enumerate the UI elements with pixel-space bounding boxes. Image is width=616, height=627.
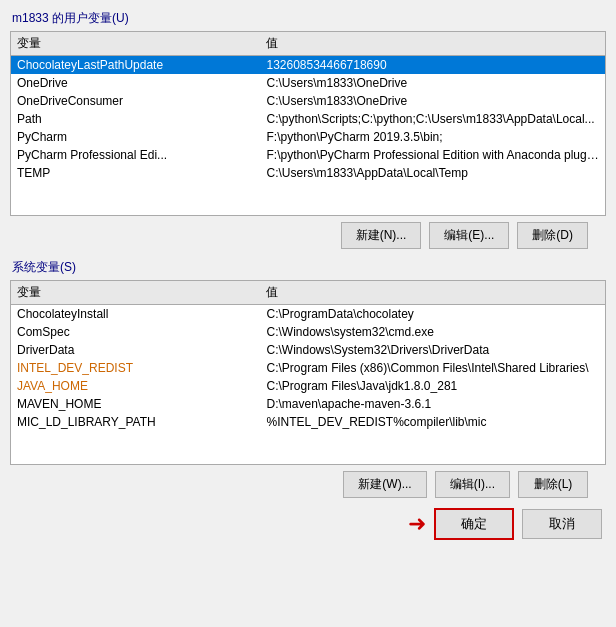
sys-vars-new-button[interactable]: 新建(W)... xyxy=(343,471,426,498)
val-cell: C:\ProgramData\chocolatey xyxy=(260,305,605,324)
user-vars-delete-button[interactable]: 删除(D) xyxy=(517,222,588,249)
table-row[interactable]: ChocolateyInstall C:\ProgramData\chocola… xyxy=(11,305,605,324)
table-row[interactable]: Path C:\python\Scripts;C:\python;C:\User… xyxy=(11,110,605,128)
sys-vars-table: 变量 值 ChocolateyInstall C:\ProgramData\ch… xyxy=(11,281,605,431)
val-cell: C:\Users\m1833\OneDrive xyxy=(260,92,605,110)
sys-vars-col-var: 变量 xyxy=(11,281,260,305)
user-vars-table-container[interactable]: 变量 值 ChocolateyLastPathUpdate 1326085344… xyxy=(10,31,606,216)
var-cell: DriverData xyxy=(11,341,260,359)
user-vars-btn-row: 新建(N)... 编辑(E)... 删除(D) xyxy=(10,222,606,249)
var-cell: JAVA_HOME xyxy=(11,377,260,395)
user-vars-col-var: 变量 xyxy=(11,32,260,56)
val-cell: D:\maven\apache-maven-3.6.1 xyxy=(260,395,605,413)
var-cell: Path xyxy=(11,110,260,128)
var-cell: MAVEN_HOME xyxy=(11,395,260,413)
var-cell: ChocolateyInstall xyxy=(11,305,260,324)
var-cell: OneDrive xyxy=(11,74,260,92)
sys-vars-section: 系统变量(S) 变量 值 ChocolateyInstall C:\Progra… xyxy=(10,259,606,498)
table-row[interactable]: JAVA_HOME C:\Program Files\Java\jdk1.8.0… xyxy=(11,377,605,395)
sys-vars-delete-button[interactable]: 删除(L) xyxy=(518,471,588,498)
val-cell: C:\Windows\system32\cmd.exe xyxy=(260,323,605,341)
var-cell: ComSpec xyxy=(11,323,260,341)
var-cell: MIC_LD_LIBRARY_PATH xyxy=(11,413,260,431)
user-vars-new-button[interactable]: 新建(N)... xyxy=(341,222,422,249)
table-row[interactable]: PyCharm F:\python\PyCharm 2019.3.5\bin; xyxy=(11,128,605,146)
table-row[interactable]: OneDriveConsumer C:\Users\m1833\OneDrive xyxy=(11,92,605,110)
val-cell: C:\Users\m1833\AppData\Local\Temp xyxy=(260,164,605,182)
table-row[interactable]: MAVEN_HOME D:\maven\apache-maven-3.6.1 xyxy=(11,395,605,413)
sys-vars-btn-row: 新建(W)... 编辑(I)... 删除(L) xyxy=(10,471,606,498)
table-row[interactable]: DriverData C:\Windows\System32\Drivers\D… xyxy=(11,341,605,359)
table-row[interactable]: MIC_LD_LIBRARY_PATH %INTEL_DEV_REDIST%co… xyxy=(11,413,605,431)
var-cell: OneDriveConsumer xyxy=(11,92,260,110)
var-cell: ChocolateyLastPathUpdate xyxy=(11,56,260,75)
var-cell: PyCharm xyxy=(11,128,260,146)
val-cell: C:\python\Scripts;C:\python;C:\Users\m18… xyxy=(260,110,605,128)
sys-vars-title: 系统变量(S) xyxy=(10,259,606,276)
table-row[interactable]: PyCharm Professional Edi... F:\python\Py… xyxy=(11,146,605,164)
confirm-button[interactable]: 确定 xyxy=(434,508,514,540)
user-vars-col-val: 值 xyxy=(260,32,605,56)
table-row[interactable]: ChocolateyLastPathUpdate 132608534466718… xyxy=(11,56,605,75)
val-cell: C:\Program Files (x86)\Common Files\Inte… xyxy=(260,359,605,377)
cancel-button[interactable]: 取消 xyxy=(522,509,602,539)
var-cell: PyCharm Professional Edi... xyxy=(11,146,260,164)
bottom-action-row: ➜ 确定 取消 xyxy=(10,508,606,540)
var-cell: TEMP xyxy=(11,164,260,182)
sys-vars-table-container[interactable]: 变量 值 ChocolateyInstall C:\ProgramData\ch… xyxy=(10,280,606,465)
var-cell: INTEL_DEV_REDIST xyxy=(11,359,260,377)
val-cell: F:\python\PyCharm 2019.3.5\bin; xyxy=(260,128,605,146)
sys-vars-edit-button[interactable]: 编辑(I)... xyxy=(435,471,510,498)
sys-vars-col-val: 值 xyxy=(260,281,605,305)
arrow-icon: ➜ xyxy=(408,513,426,535)
table-row[interactable]: TEMP C:\Users\m1833\AppData\Local\Temp xyxy=(11,164,605,182)
val-cell: %INTEL_DEV_REDIST%compiler\lib\mic xyxy=(260,413,605,431)
user-vars-section: m1833 的用户变量(U) 变量 值 ChocolateyLastPathUp… xyxy=(10,10,606,249)
user-vars-table: 变量 值 ChocolateyLastPathUpdate 1326085344… xyxy=(11,32,605,182)
val-cell: C:\Users\m1833\OneDrive xyxy=(260,74,605,92)
table-row[interactable]: INTEL_DEV_REDIST C:\Program Files (x86)\… xyxy=(11,359,605,377)
user-vars-edit-button[interactable]: 编辑(E)... xyxy=(429,222,509,249)
user-vars-title: m1833 的用户变量(U) xyxy=(10,10,606,27)
val-cell: C:\Windows\System32\Drivers\DriverData xyxy=(260,341,605,359)
val-cell: 132608534466718690 xyxy=(260,56,605,75)
val-cell: C:\Program Files\Java\jdk1.8.0_281 xyxy=(260,377,605,395)
table-row[interactable]: ComSpec C:\Windows\system32\cmd.exe xyxy=(11,323,605,341)
val-cell: F:\python\PyCharm Professional Edition w… xyxy=(260,146,605,164)
table-row[interactable]: OneDrive C:\Users\m1833\OneDrive xyxy=(11,74,605,92)
